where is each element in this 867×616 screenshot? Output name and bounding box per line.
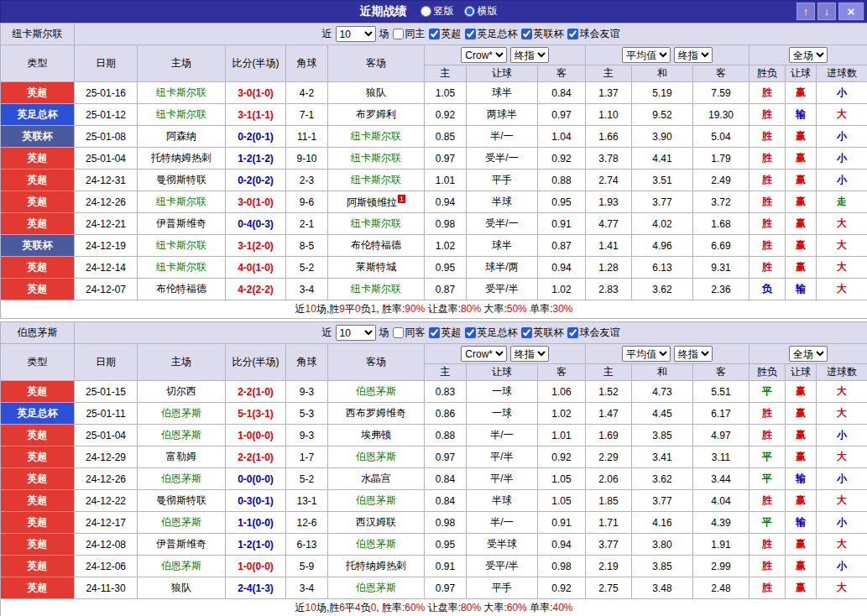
league-filter-eflcup-input[interactable] <box>521 29 532 39</box>
col-handicap-result: 让球 <box>786 65 817 82</box>
bookmaker-select[interactable]: Crow* <box>461 346 507 362</box>
ah-line: 半球 <box>467 191 538 213</box>
league-badge: 英超 <box>1 468 75 490</box>
close-button[interactable]: × <box>838 3 864 20</box>
summary-segment: 让盘率: <box>425 303 461 315</box>
league-filter-epl-input[interactable] <box>429 327 440 338</box>
result-handicap: 赢 <box>786 82 817 104</box>
league-filter-friendly[interactable]: 球会友谊 <box>567 326 620 340</box>
home-team: 伯恩茅斯 <box>138 512 226 534</box>
layout-radio-horizontal[interactable]: 横版 <box>464 4 498 18</box>
result-handicap: 赢 <box>786 577 817 599</box>
league-filter-facup-input[interactable] <box>465 327 476 338</box>
league-filter-epl[interactable]: 英超 <box>429 27 462 41</box>
ah-home-odds: 0.95 <box>425 257 467 279</box>
eu-away-odds: 2.49 <box>693 170 749 191</box>
ah-line: 球半 <box>467 235 538 257</box>
league-filter-eflcup[interactable]: 英联杯 <box>521 27 564 41</box>
home-team: 布伦特福德 <box>138 279 226 300</box>
league-filter-facup-input[interactable] <box>465 29 476 39</box>
away-team: 托特纳姆热刺 <box>328 556 425 577</box>
same-venue-checkbox-input[interactable] <box>393 29 404 39</box>
col-goals: 进球数 <box>817 65 867 82</box>
match-row: 英超24-12-26伯恩茅斯0-0(0-0)5-2水晶宫0.84平/半1.052… <box>1 468 867 490</box>
match-row: 英超24-12-29富勒姆2-2(1-0)1-7伯恩茅斯0.97平/半0.922… <box>1 446 867 468</box>
recent-count-select[interactable]: 10 <box>336 325 376 341</box>
eu-home-odds: 1.52 <box>586 381 632 403</box>
ah-home-odds: 0.86 <box>425 403 467 425</box>
eu-index-select[interactable]: 终指 <box>674 346 713 362</box>
team-rank-badge: 1 <box>398 195 405 203</box>
same-venue-checkbox[interactable]: 同客 <box>393 326 426 340</box>
same-venue-checkbox-input[interactable] <box>393 327 404 338</box>
league-filter-epl[interactable]: 英超 <box>429 326 462 340</box>
col-eu-draw: 和 <box>632 65 693 82</box>
summary-segment: 4 <box>355 602 361 613</box>
result-wdl: 胜 <box>749 403 786 425</box>
layout-radio-vertical-label: 竖版 <box>434 4 454 18</box>
ah-home-odds: 0.87 <box>425 279 467 300</box>
layout-radio-horizontal-input[interactable] <box>464 6 475 17</box>
same-venue-checkbox[interactable]: 同主 <box>393 27 426 41</box>
summary-segment: 单率: <box>527 602 553 613</box>
corners: 2-1 <box>286 213 328 235</box>
result-wdl: 胜 <box>749 191 786 213</box>
eu-avg-select[interactable]: 平均值 <box>622 346 671 362</box>
ah-line: 平/半 <box>467 446 538 468</box>
league-filter-eflcup[interactable]: 英联杯 <box>521 326 564 340</box>
ah-line: 球半 <box>467 82 538 104</box>
team-name: 纽卡斯尔联 <box>1 23 75 45</box>
league-filter-facup[interactable]: 英足总杯 <box>465 326 518 340</box>
score: 0-2(0-1) <box>226 126 286 148</box>
col-score: 比分(半场) <box>226 344 286 381</box>
summary-segment: 6 <box>339 602 345 613</box>
result-wdl: 胜 <box>749 577 786 599</box>
corners: 4-2 <box>286 82 328 104</box>
result-handicap: 赢 <box>786 446 817 468</box>
away-team: 布伦特福德 <box>328 235 425 257</box>
col-eu-away: 客 <box>693 364 749 381</box>
score: 0-4(0-3) <box>226 213 286 235</box>
scope-select[interactable]: 全场 <box>789 47 828 63</box>
away-team: 阿斯顿维拉1 <box>328 191 425 213</box>
eu-draw-odds: 9.52 <box>632 104 693 126</box>
col-date: 日期 <box>75 344 138 381</box>
col-ah-away: 客 <box>538 65 586 82</box>
ah-index-select[interactable]: 终指 <box>510 346 549 362</box>
league-badge: 英超 <box>1 446 75 468</box>
eu-away-odds: 9.31 <box>693 257 749 279</box>
eu-index-select[interactable]: 终指 <box>674 47 713 63</box>
result-handicap: 赢 <box>786 213 817 235</box>
score: 2-2(1-0) <box>226 381 286 403</box>
league-filter-friendly-label: 球会友谊 <box>580 27 620 41</box>
eu-avg-select[interactable]: 平均值 <box>622 47 671 63</box>
ah-away-odds: 0.92 <box>538 577 586 599</box>
move-up-button[interactable]: ↑ <box>796 3 815 20</box>
layout-radio-vertical[interactable]: 竖版 <box>420 4 454 18</box>
league-filter-facup[interactable]: 英足总杯 <box>465 27 518 41</box>
team-results-table-2: 伯恩茅斯 近 10 场 同客 英超 英足总杯 <box>0 321 867 616</box>
home-team: 富勒姆 <box>138 446 226 468</box>
result-goals: 大 <box>817 279 867 300</box>
league-filter-eflcup-input[interactable] <box>521 327 532 338</box>
matches-label: 场 <box>379 27 389 41</box>
layout-radio-vertical-input[interactable] <box>420 6 431 17</box>
league-filter-friendly-input[interactable] <box>567 327 578 338</box>
summary-text: 近10场,胜6平4负0, 胜率:60% 让盘率:80% 大率:60% 单率:40… <box>1 599 867 616</box>
league-badge: 英足总杯 <box>1 403 75 425</box>
summary-segment: 9 <box>339 303 345 315</box>
league-filter-friendly-input[interactable] <box>567 29 578 39</box>
move-down-button[interactable]: ↓ <box>817 3 836 20</box>
league-filter-friendly[interactable]: 球会友谊 <box>567 27 620 41</box>
ah-index-select[interactable]: 终指 <box>510 47 549 63</box>
result-goals: 大 <box>817 213 867 235</box>
league-filter-epl-input[interactable] <box>429 29 440 39</box>
result-wdl: 胜 <box>749 148 786 170</box>
bookmaker-select[interactable]: Crow* <box>461 47 507 63</box>
result-wdl: 平 <box>749 381 786 403</box>
recent-count-select[interactable]: 10 <box>336 26 376 42</box>
result-wdl: 胜 <box>749 213 786 235</box>
result-goals: 大 <box>817 403 867 425</box>
league-filter-facup-label: 英足总杯 <box>478 326 518 340</box>
scope-select[interactable]: 全场 <box>789 346 828 362</box>
